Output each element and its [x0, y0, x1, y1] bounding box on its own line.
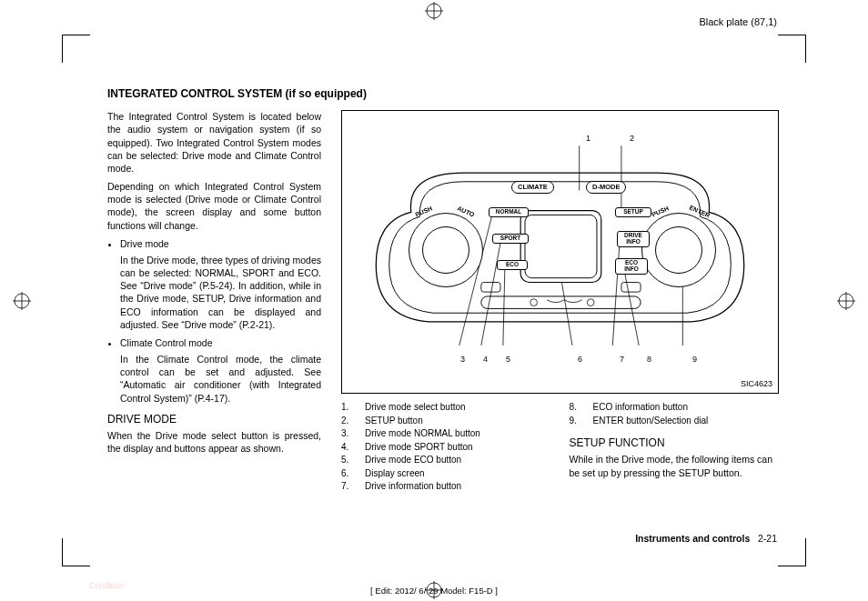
page-content: INTEGRATED CONTROL SYSTEM (if so equippe…	[107, 86, 777, 556]
dmode-pill: D-MODE	[586, 181, 626, 194]
callout-6: 6	[578, 354, 582, 365]
legend-item: 6.Display screen	[341, 467, 550, 480]
svg-rect-17	[481, 283, 500, 293]
bullet-drive-mode: Drive mode	[120, 237, 321, 250]
crop-corner-tr	[778, 35, 806, 63]
drive-mode-body: In the Drive mode, three types of drivin…	[120, 254, 321, 331]
footer-section: Instruments and controls	[635, 533, 750, 544]
callout-9: 9	[692, 354, 697, 365]
crop-mark-top	[425, 2, 443, 20]
crop-corner-bl	[62, 538, 90, 566]
edit-line: [ Edit: 2012/ 6/ 29 Model: F15-D ]	[370, 586, 498, 596]
svg-point-16	[587, 299, 594, 306]
callout-4: 4	[483, 354, 488, 365]
callout-8: 8	[647, 354, 651, 365]
sport-button: SPORT	[492, 234, 529, 244]
legend-item: 4.Drive mode SPORT button	[341, 441, 550, 454]
drive-mode-subhead: DRIVE MODE	[107, 412, 321, 426]
page-footer: Instruments and controls 2-21	[635, 532, 777, 545]
setup-function-body: While in the Drive mode, the following i…	[570, 453, 778, 478]
svg-line-22	[481, 243, 500, 346]
dashboard-illustration: CLIMATE D-MODE NORMAL SPORT ECO SETUP DR…	[358, 138, 762, 356]
legend-item: 1.Drive mode select button	[341, 401, 550, 414]
right-dial-inner	[655, 226, 702, 274]
eco-info-button: ECO INFO	[615, 258, 648, 275]
diagram-code: SIC4623	[741, 378, 772, 389]
bullet-climate-mode: Climate Control mode	[120, 336, 321, 349]
eco-button: ECO	[497, 260, 528, 270]
climate-pill: CLIMATE	[511, 181, 554, 194]
intro-paragraph-1: The Integrated Control System is located…	[107, 110, 321, 175]
callout-3: 3	[460, 354, 465, 365]
svg-line-26	[624, 269, 639, 346]
left-dial-inner	[422, 226, 469, 274]
crop-mark-left	[13, 292, 31, 310]
svg-point-15	[530, 299, 538, 306]
svg-rect-18	[621, 283, 641, 293]
intro-paragraph-2: Depending on which Integrated Control Sy…	[107, 180, 321, 232]
normal-button: NORMAL	[489, 207, 529, 217]
svg-rect-13	[525, 215, 597, 278]
legend-right: 8.ECO information button 9.ENTER button/…	[570, 401, 778, 494]
legend-item: 9.ENTER button/Selection dial	[570, 415, 778, 427]
left-column: The Integrated Control System is located…	[107, 110, 321, 494]
diagram: CLIMATE D-MODE NORMAL SPORT ECO SETUP DR…	[341, 110, 779, 394]
callout-2: 2	[630, 133, 634, 144]
drive-mode-paragraph: When the Drive mode select button is pre…	[107, 429, 321, 455]
callout-7: 7	[620, 354, 624, 365]
section-heading: INTEGRATED CONTROL SYSTEM (if so equippe…	[107, 86, 777, 101]
legend-item: 3.Drive mode NORMAL button	[341, 427, 550, 440]
legend-left: 1.Drive mode select button 2.SETUP butto…	[341, 401, 550, 494]
legend-item: 8.ECO information button	[570, 401, 778, 414]
callout-5: 5	[506, 354, 510, 365]
callout-1: 1	[586, 133, 590, 144]
footer-page: 2-21	[758, 533, 777, 544]
climate-mode-body: In the Climate Control mode, the climate…	[120, 353, 321, 405]
drive-info-button: DRIVE INFO	[617, 231, 650, 247]
legend-item: 2.SETUP button	[341, 415, 550, 427]
crop-corner-tl	[62, 35, 90, 63]
svg-rect-14	[481, 296, 641, 308]
svg-line-24	[561, 283, 572, 346]
plate-label: Black plate (87,1)	[699, 16, 777, 27]
legend-item: 7.Drive information button	[341, 480, 550, 493]
setup-function-head: SETUP FUNCTION	[570, 436, 778, 450]
svg-line-23	[503, 269, 505, 346]
crop-mark-right	[837, 292, 855, 310]
legend-item: 5.Drive mode ECO button	[341, 454, 550, 466]
right-column: CLIMATE D-MODE NORMAL SPORT ECO SETUP DR…	[341, 110, 777, 494]
svg-rect-12	[520, 211, 601, 283]
setup-button: SETUP	[615, 207, 651, 217]
crop-corner-br	[778, 538, 806, 566]
condition-label: Condition:	[89, 581, 126, 590]
